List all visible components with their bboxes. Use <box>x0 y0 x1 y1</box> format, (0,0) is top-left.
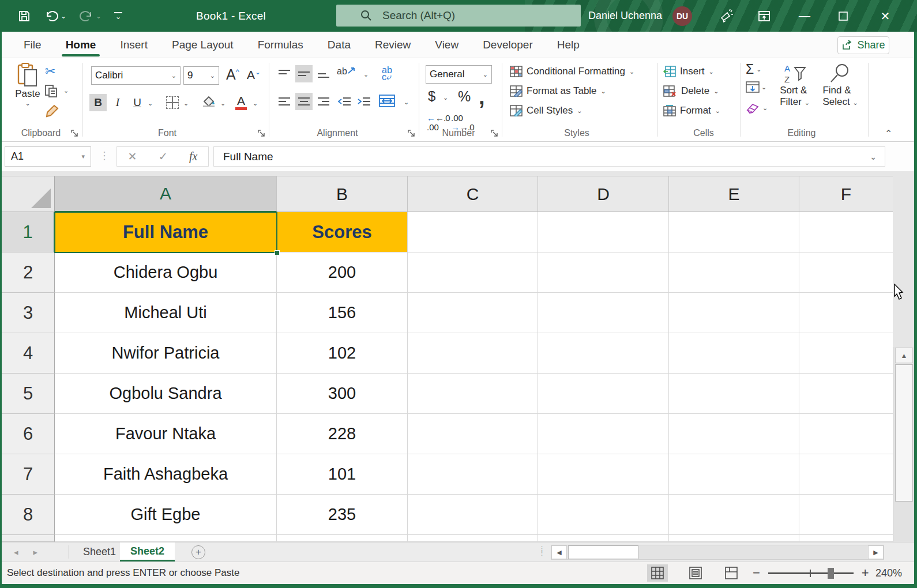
align-middle-button[interactable] <box>295 65 313 82</box>
cell-e8[interactable] <box>669 495 799 535</box>
cell-b1[interactable]: Scores <box>277 212 408 252</box>
cell-c3[interactable] <box>408 293 538 333</box>
cell-e9[interactable] <box>669 535 799 542</box>
currency-format-icon[interactable]: $ <box>428 88 435 104</box>
cell-a4[interactable]: Nwifor Patricia <box>55 333 277 374</box>
font-name-select[interactable]: Calibri⌄ <box>91 66 181 85</box>
name-box-dropdown-icon[interactable]: ▾ <box>81 153 85 160</box>
sheet-nav-right-icon[interactable]: ▸ <box>33 547 38 557</box>
bold-button[interactable]: B <box>89 94 107 111</box>
fill-color-icon[interactable] <box>201 94 217 110</box>
decrease-font-size-button[interactable]: A⌄ <box>247 68 261 82</box>
column-header-b[interactable]: B <box>277 176 408 212</box>
tab-page-layout[interactable]: Page Layout <box>160 32 246 58</box>
avatar[interactable]: DU <box>672 6 692 26</box>
cell-c5[interactable] <box>408 374 538 414</box>
cell-f1[interactable] <box>799 212 893 252</box>
decrease-indent-icon[interactable] <box>336 93 353 110</box>
cell-f3[interactable] <box>799 293 893 333</box>
borders-icon[interactable] <box>166 96 179 109</box>
vertical-scrollbar-thumb[interactable] <box>895 364 913 502</box>
font-dialog-launcher-icon[interactable] <box>257 129 266 138</box>
search-input[interactable]: Search (Alt+Q) <box>336 5 581 27</box>
align-top-button[interactable] <box>276 65 293 82</box>
horizontal-scrollbar-thumb[interactable] <box>568 545 638 559</box>
row-header-3[interactable]: 3 <box>2 293 55 333</box>
borders-dropdown-icon[interactable]: ⌄ <box>183 100 189 107</box>
cell-a2[interactable]: Chidera Ogbu <box>55 252 277 293</box>
close-button[interactable]: ✕ <box>868 0 903 32</box>
cell-f7[interactable] <box>799 454 893 495</box>
cell-c4[interactable] <box>408 333 538 374</box>
maximize-button[interactable] <box>826 0 860 32</box>
zoom-level[interactable]: 240% <box>875 562 902 584</box>
normal-view-icon[interactable] <box>647 564 668 582</box>
format-as-table-button[interactable]: Format as Table⌄ <box>510 81 606 101</box>
cell-e4[interactable] <box>669 333 799 374</box>
scrollbar-gripper[interactable]: ⋮⋮ <box>538 546 546 555</box>
align-bottom-button[interactable] <box>315 65 332 82</box>
column-header-d[interactable]: D <box>538 176 669 212</box>
cell-c9[interactable] <box>408 535 538 542</box>
font-color-dropdown-icon[interactable]: ⌄ <box>253 100 258 107</box>
row-header-7[interactable]: 7 <box>2 454 55 495</box>
cell-b7[interactable]: 101 <box>277 454 408 495</box>
cell-e3[interactable] <box>669 293 799 333</box>
row-header-2[interactable]: 2 <box>2 252 55 293</box>
horizontal-scrollbar[interactable]: ◀ ▶ <box>551 545 884 560</box>
cell-c1[interactable] <box>408 212 538 252</box>
copy-dropdown-icon[interactable]: ⌄ <box>63 87 69 95</box>
column-header-c[interactable]: C <box>408 176 538 212</box>
column-header-a[interactable]: A <box>55 176 277 212</box>
copy-icon[interactable]: ⌄ <box>44 84 59 101</box>
formula-bar-gripper[interactable]: ⋮ <box>99 149 108 162</box>
select-all-corner[interactable] <box>2 176 55 212</box>
fill-color-dropdown-icon[interactable]: ⌄ <box>220 100 226 107</box>
cell-d6[interactable] <box>538 414 669 454</box>
page-break-preview-icon[interactable] <box>721 564 742 582</box>
font-size-select[interactable]: 9⌄ <box>183 66 219 85</box>
format-painter-icon[interactable] <box>45 103 61 120</box>
cell-a1[interactable]: Full Name <box>55 212 277 252</box>
cell-b8[interactable]: 235 <box>277 495 408 535</box>
paste-dropdown-icon[interactable]: ⌄ <box>25 100 30 107</box>
zoom-in-icon[interactable]: + <box>862 566 869 581</box>
collapse-ribbon-icon[interactable]: ⌃ <box>885 128 892 139</box>
tab-review[interactable]: Review <box>363 32 423 58</box>
tab-view[interactable]: View <box>423 32 471 58</box>
cell-b3[interactable]: 156 <box>277 293 408 333</box>
insert-cells-button[interactable]: Insert⌄ <box>663 62 714 81</box>
paste-button[interactable]: Paste ⌄ <box>12 63 44 107</box>
whats-new-icon[interactable] <box>712 0 741 32</box>
align-left-button[interactable] <box>276 93 293 110</box>
zoom-slider[interactable] <box>768 572 854 574</box>
scroll-right-icon[interactable]: ▶ <box>868 545 884 559</box>
percent-format-icon[interactable]: % <box>458 88 471 105</box>
align-center-button[interactable] <box>295 93 313 110</box>
cell-e2[interactable] <box>669 252 799 293</box>
customize-qat-icon[interactable]: ⌄ <box>114 12 122 20</box>
clear-icon[interactable]: ⌄ <box>746 102 766 117</box>
cell-d1[interactable] <box>538 212 669 252</box>
undo-dropdown-icon[interactable]: ⌄ <box>61 13 66 20</box>
tab-formulas[interactable]: Formulas <box>246 32 315 58</box>
merge-center-icon[interactable] <box>378 94 396 110</box>
new-sheet-icon[interactable]: + <box>191 545 205 559</box>
increase-indent-icon[interactable] <box>355 93 373 110</box>
cell-a5[interactable]: Ogbolu Sandra <box>55 374 277 414</box>
cell-d2[interactable] <box>538 252 669 293</box>
cell-d7[interactable] <box>538 454 669 495</box>
cell-c7[interactable] <box>408 454 538 495</box>
minimize-button[interactable]: — <box>787 0 822 32</box>
cell-a7[interactable]: Faith Ashagbeka <box>55 454 277 495</box>
clipboard-dialog-launcher-icon[interactable] <box>70 129 79 138</box>
cancel-icon[interactable]: ✕ <box>128 150 137 163</box>
cell-d5[interactable] <box>538 374 669 414</box>
scroll-left-icon[interactable]: ◀ <box>551 545 567 559</box>
sheet-nav-left-icon[interactable]: ◂ <box>14 547 18 557</box>
cell-b9[interactable] <box>277 535 408 542</box>
cell-d3[interactable] <box>538 293 669 333</box>
cell-a6[interactable]: Favour Ntaka <box>55 414 277 454</box>
cell-b5[interactable]: 300 <box>277 374 408 414</box>
tab-data[interactable]: Data <box>315 32 363 58</box>
